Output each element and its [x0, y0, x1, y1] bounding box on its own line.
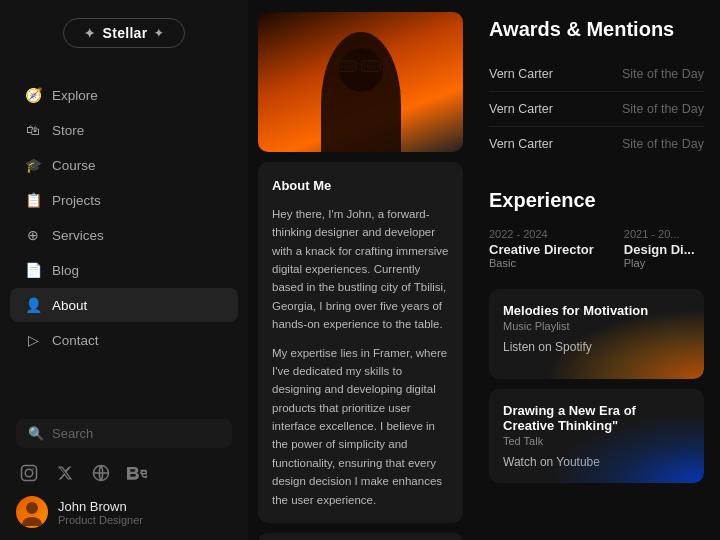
- explore-icon: 🧭: [24, 86, 42, 104]
- svg-point-4: [26, 502, 38, 514]
- award-site: Site of the Day: [622, 137, 704, 151]
- profile-image: [258, 12, 463, 152]
- svg-point-1: [25, 469, 33, 477]
- awards-title: Awards & Mentions: [489, 18, 704, 41]
- sidebar-item-label: Store: [52, 123, 84, 138]
- exp-sub: Play: [624, 257, 695, 269]
- sidebar-item-projects[interactable]: 📋 Projects: [10, 183, 238, 217]
- logo-spark-icon: ✦: [154, 27, 163, 40]
- svg-point-2: [32, 468, 34, 470]
- store-icon: 🛍: [24, 121, 42, 139]
- sidebar-item-explore[interactable]: 🧭 Explore: [10, 78, 238, 112]
- right-panel: Awards & Mentions Vern Carter Site of th…: [473, 0, 720, 540]
- exp-year: 2022 - 2024: [489, 228, 594, 240]
- user-row: John Brown Product Designer: [16, 496, 232, 528]
- globe-icon[interactable]: [90, 462, 112, 484]
- sidebar-item-label: Services: [52, 228, 104, 243]
- search-label: Search: [52, 426, 93, 441]
- social-icons: [16, 462, 232, 484]
- main-content: About Me Hey there, I'm John, a forward-…: [248, 0, 720, 540]
- spotify-card[interactable]: Melodies for Motivation Music Playlist L…: [489, 289, 704, 379]
- instagram-icon[interactable]: [18, 462, 40, 484]
- award-name: Vern Carter: [489, 67, 553, 81]
- sidebar-item-label: Course: [52, 158, 96, 173]
- tedtalk-action[interactable]: Watch on Youtube: [503, 455, 690, 469]
- experience-item-1: 2022 - 2024 Creative Director Basic: [489, 228, 594, 269]
- sidebar-item-blog[interactable]: 📄 Blog: [10, 253, 238, 287]
- sidebar-item-about[interactable]: 👤 About: [10, 288, 238, 322]
- user-name: John Brown: [58, 499, 143, 514]
- behance-icon[interactable]: [126, 462, 148, 484]
- blog-icon: 📄: [24, 261, 42, 279]
- profile-silhouette: [321, 32, 401, 152]
- tedtalk-title: Drawing a New Era of Creative Thinking": [503, 403, 690, 433]
- tedtalk-card[interactable]: Drawing a New Era of Creative Thinking" …: [489, 389, 704, 483]
- sidebar-item-course[interactable]: 🎓 Course: [10, 148, 238, 182]
- sidebar-item-store[interactable]: 🛍 Store: [10, 113, 238, 147]
- experience-title: Experience: [489, 189, 704, 212]
- tedtalk-sub: Ted Talk: [503, 435, 690, 447]
- projects-icon: 📋: [24, 191, 42, 209]
- exp-sub: Basic: [489, 257, 594, 269]
- exp-year: 2021 - 20...: [624, 228, 695, 240]
- sidebar-nav: 🧭 Explore 🛍 Store 🎓 Course 📋 Projects ⊕ …: [0, 78, 248, 409]
- services-icon: ⊕: [24, 226, 42, 244]
- spotify-title: Melodies for Motivation: [503, 303, 690, 318]
- award-name: Vern Carter: [489, 102, 553, 116]
- avatar: [16, 496, 48, 528]
- course-icon: 🎓: [24, 156, 42, 174]
- twitter-x-icon[interactable]: [54, 462, 76, 484]
- exp-title: Design Di...: [624, 242, 695, 257]
- award-site: Site of the Day: [622, 67, 704, 81]
- logo-label: Stellar: [103, 25, 148, 41]
- sidebar-item-services[interactable]: ⊕ Services: [10, 218, 238, 252]
- contact-button[interactable]: Contact: [258, 533, 463, 540]
- about-card-title: About Me: [272, 176, 449, 197]
- about-text-1: Hey there, I'm John, a forward-thinking …: [272, 205, 449, 334]
- about-text-2: My expertise lies in Framer, where I've …: [272, 344, 449, 510]
- sidebar-item-label: Explore: [52, 88, 98, 103]
- award-row: Vern Carter Site of the Day: [489, 92, 704, 127]
- search-icon: 🔍: [28, 426, 44, 441]
- user-role: Product Designer: [58, 514, 143, 526]
- search-bar[interactable]: 🔍 Search: [16, 419, 232, 448]
- award-name: Vern Carter: [489, 137, 553, 151]
- svg-point-5: [22, 517, 42, 526]
- logo-plus-icon: ✦: [84, 26, 95, 41]
- about-card: About Me Hey there, I'm John, a forward-…: [258, 162, 463, 523]
- sidebar: ✦ Stellar ✦ 🧭 Explore 🛍 Store 🎓 Course 📋…: [0, 0, 248, 540]
- sidebar-item-label: Blog: [52, 263, 79, 278]
- logo[interactable]: ✦ Stellar ✦: [63, 18, 185, 48]
- svg-rect-0: [22, 466, 37, 481]
- sidebar-item-label: About: [52, 298, 87, 313]
- awards-list: Vern Carter Site of the Day Vern Carter …: [489, 57, 704, 161]
- center-panel: About Me Hey there, I'm John, a forward-…: [248, 0, 473, 540]
- award-row: Vern Carter Site of the Day: [489, 127, 704, 161]
- spotify-sub: Music Playlist: [503, 320, 690, 332]
- contact-icon: ▷: [24, 331, 42, 349]
- experience-section: Experience 2022 - 2024 Creative Director…: [489, 189, 704, 269]
- spotify-action[interactable]: Listen on Spotify: [503, 340, 690, 354]
- award-site: Site of the Day: [622, 102, 704, 116]
- sidebar-item-label: Projects: [52, 193, 101, 208]
- experience-item-2: 2021 - 20... Design Di... Play: [624, 228, 695, 269]
- user-info: John Brown Product Designer: [58, 499, 143, 526]
- experience-row: 2022 - 2024 Creative Director Basic 2021…: [489, 228, 704, 269]
- sidebar-footer: 🔍 Search: [0, 409, 248, 528]
- about-icon: 👤: [24, 296, 42, 314]
- sidebar-item-label: Contact: [52, 333, 99, 348]
- award-row: Vern Carter Site of the Day: [489, 57, 704, 92]
- sidebar-item-contact[interactable]: ▷ Contact: [10, 323, 238, 357]
- exp-title: Creative Director: [489, 242, 594, 257]
